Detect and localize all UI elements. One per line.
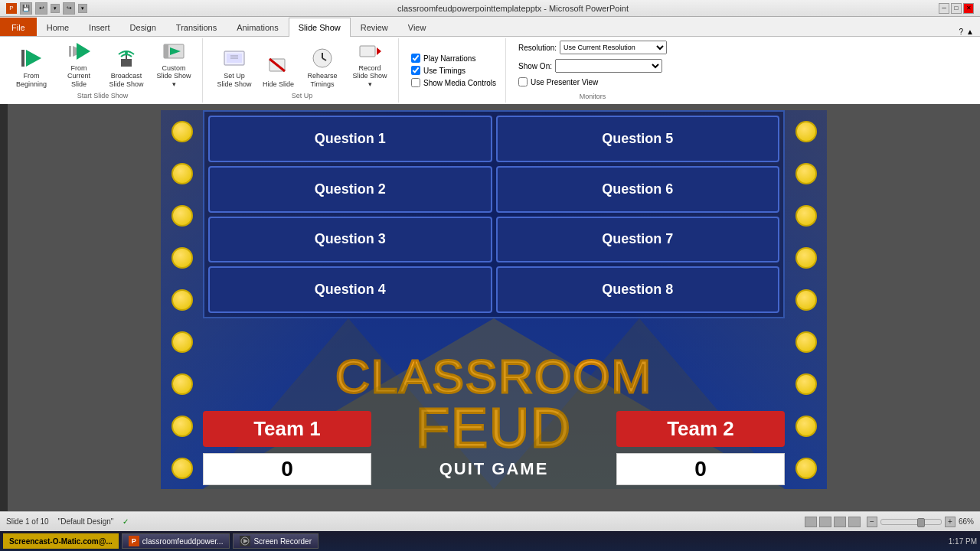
question-4-button[interactable]: Question 4 (208, 266, 492, 313)
circle-dot (795, 373, 817, 395)
quick-undo[interactable]: ↩ (35, 2, 47, 15)
app-icon: P (6, 3, 17, 14)
resolution-select[interactable]: Use Current Resolution (560, 41, 667, 54)
slide-canvas-wrapper: Question 1 Question 5 Question 2 Questio… (8, 104, 980, 511)
group-start-slideshow: From Beginning From Current Slide (3, 38, 203, 103)
svg-rect-5 (121, 59, 132, 67)
tab-design[interactable]: Design (120, 18, 166, 36)
zoom-in-button[interactable]: + (945, 517, 956, 527)
zoom-slider[interactable] (880, 519, 942, 525)
broadcast-button[interactable]: Broadcast Slide Show (104, 44, 149, 90)
slide-panel (0, 104, 8, 511)
status-left: Slide 1 of 10 "Default Design" ✓ (6, 517, 129, 526)
presenter-view-checkbox[interactable] (518, 77, 528, 86)
slide-info: Slide 1 of 10 (6, 517, 49, 526)
team1-button[interactable]: Team 1 (203, 411, 371, 447)
tab-home[interactable]: Home (37, 18, 79, 36)
quit-button[interactable]: QUIT GAME (439, 459, 549, 479)
slide-sorter-button[interactable] (819, 517, 831, 527)
resolution-row: Resolution: Use Current Resolution (518, 41, 667, 54)
minimize-button[interactable]: ─ (939, 3, 949, 14)
question-1-button[interactable]: Question 1 (208, 116, 492, 162)
slide-area: Question 1 Question 5 Question 2 Questio… (0, 104, 980, 511)
use-timings-checkbox[interactable] (411, 66, 420, 75)
custom-slideshow-button[interactable]: Custom Slide Show ▾ (152, 44, 196, 90)
taskbar: Screencast-O-Matic.com@... P classroomfe… (0, 531, 980, 551)
right-circles (785, 110, 827, 489)
play-narrations-checkbox[interactable] (411, 54, 420, 63)
quick-more[interactable]: ▾ (78, 4, 87, 13)
tab-file[interactable]: File (0, 18, 37, 36)
broadcast-icon (114, 46, 139, 70)
question-7-button[interactable]: Question 7 (496, 217, 780, 263)
record-button[interactable]: Record Slide Show ▾ (348, 44, 392, 90)
zoom-out-button[interactable]: − (867, 517, 877, 527)
zoom-thumb (917, 518, 925, 527)
svg-point-7 (125, 51, 128, 54)
rehearse-button[interactable]: Rehearse Timings (300, 44, 345, 90)
tab-insert[interactable]: Insert (79, 18, 120, 36)
show-media-row: Show Media Controls (411, 78, 496, 87)
window-title: classroomfeudpowerpointtemplatepptx - Mi… (87, 4, 939, 13)
reading-view-button[interactable] (834, 517, 846, 527)
ribbon-minimize-icon[interactable]: ▲ (966, 28, 974, 36)
circle-dot (795, 121, 817, 142)
restore-button[interactable]: □ (951, 3, 962, 14)
taskbar-recorder[interactable]: Screen Recorder (233, 533, 318, 549)
svg-marker-21 (377, 47, 381, 55)
question-3-button[interactable]: Question 3 (208, 217, 492, 263)
circle-dot (172, 289, 193, 311)
setup-slideshow-label: Set Up Slide Show (215, 72, 253, 89)
monitors-group: Resolution: Use Current Resolution Show … (509, 38, 676, 103)
zoom-controls: − + 66% (867, 517, 974, 527)
use-timings-row: Use Timings (411, 66, 496, 75)
title-bar: P 💾 ↩ ▾ ↪ ▾ classroomfeudpowerpointtempl… (0, 0, 980, 17)
slide-canvas: Question 1 Question 5 Question 2 Questio… (161, 110, 827, 489)
ribbon-tabs: File Home Insert Design Transitions Anim… (0, 17, 980, 37)
circle-dot (795, 289, 817, 311)
show-media-checkbox[interactable] (411, 78, 420, 87)
quick-redo[interactable]: ↪ (63, 2, 75, 15)
taskbar-powerpoint[interactable]: P classroomfeuddpower... (122, 533, 230, 549)
circle-dot (172, 331, 193, 353)
normal-view-button[interactable] (805, 517, 817, 527)
question-8-button[interactable]: Question 8 (496, 266, 780, 313)
setup-slideshow-button[interactable]: Set Up Slide Show (212, 44, 256, 90)
team2-button[interactable]: Team 2 (616, 411, 785, 447)
circle-dot (795, 163, 817, 184)
team2-score: 0 (616, 453, 785, 485)
tab-view[interactable]: View (398, 18, 436, 36)
show-on-label: Show On: (518, 62, 552, 70)
svg-marker-26 (243, 539, 248, 543)
team1-score: 0 (203, 453, 371, 485)
hide-slide-button[interactable]: Hide Slide (260, 44, 297, 90)
from-beginning-label: From Beginning (12, 72, 51, 89)
circle-dot (795, 247, 817, 269)
quick-save[interactable]: 💾 (20, 2, 32, 15)
question-2-button[interactable]: Question 2 (208, 166, 492, 213)
question-5-button[interactable]: Question 5 (496, 116, 780, 162)
circle-dot (172, 416, 193, 437)
ribbon-content: From Beginning From Current Slide (0, 37, 980, 104)
tab-transitions[interactable]: Transitions (166, 18, 227, 36)
svg-marker-1 (26, 50, 41, 67)
question-6-button[interactable]: Question 6 (496, 166, 780, 213)
from-beginning-button[interactable]: From Beginning (9, 44, 54, 90)
circle-dot (172, 247, 193, 269)
show-on-select[interactable] (555, 59, 662, 73)
from-current-icon (67, 40, 91, 63)
from-current-button[interactable]: From Current Slide (57, 44, 101, 90)
taskbar-screencast[interactable]: Screencast-O-Matic.com@... (3, 533, 119, 549)
team-buttons-row: Team 1 Team 2 (203, 411, 785, 447)
monitors-group-label: Monitors (518, 93, 667, 100)
spell-check-icon: ✓ (122, 517, 129, 526)
svg-marker-4 (77, 43, 90, 60)
quick-dropdown[interactable]: ▾ (51, 4, 60, 13)
close-button[interactable]: ✕ (963, 3, 974, 14)
tab-animations[interactable]: Animations (227, 18, 288, 36)
tab-review[interactable]: Review (351, 18, 398, 36)
slideshow-button[interactable] (848, 517, 861, 527)
tab-slideshow[interactable]: Slide Show (289, 18, 351, 37)
help-icon[interactable]: ? (959, 28, 964, 36)
questions-grid: Question 1 Question 5 Question 2 Questio… (203, 110, 785, 318)
